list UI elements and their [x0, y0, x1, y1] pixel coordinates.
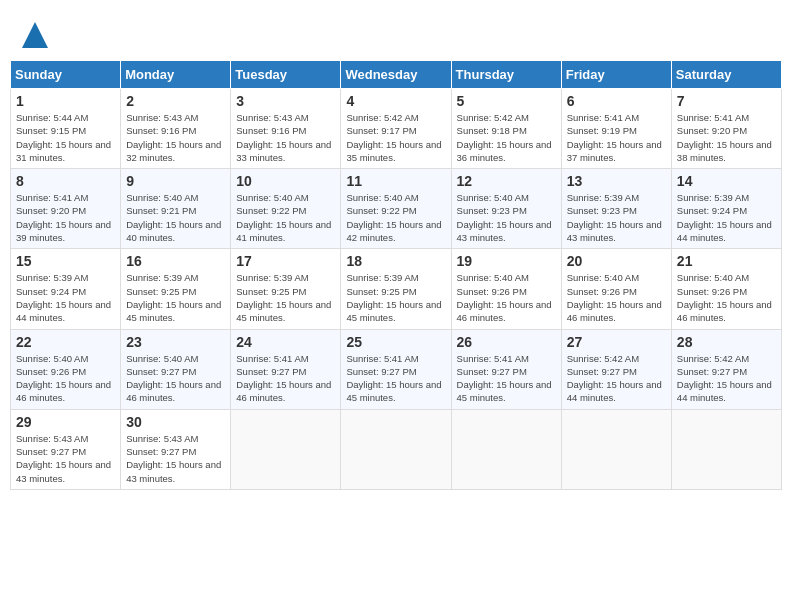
calendar-cell: 25Sunrise: 5:41 AMSunset: 9:27 PMDayligh… — [341, 329, 451, 409]
calendar-cell: 24Sunrise: 5:41 AMSunset: 9:27 PMDayligh… — [231, 329, 341, 409]
day-number: 1 — [16, 93, 115, 109]
calendar-cell: 11Sunrise: 5:40 AMSunset: 9:22 PMDayligh… — [341, 169, 451, 249]
day-info: Sunrise: 5:39 AMSunset: 9:24 PMDaylight:… — [677, 191, 776, 244]
day-number: 27 — [567, 334, 666, 350]
day-info: Sunrise: 5:41 AMSunset: 9:27 PMDaylight:… — [457, 352, 556, 405]
day-info: Sunrise: 5:39 AMSunset: 9:25 PMDaylight:… — [126, 271, 225, 324]
day-info: Sunrise: 5:43 AMSunset: 9:27 PMDaylight:… — [16, 432, 115, 485]
calendar-cell: 6Sunrise: 5:41 AMSunset: 9:19 PMDaylight… — [561, 89, 671, 169]
day-number: 7 — [677, 93, 776, 109]
calendar-cell: 17Sunrise: 5:39 AMSunset: 9:25 PMDayligh… — [231, 249, 341, 329]
weekday-header-friday: Friday — [561, 61, 671, 89]
day-number: 16 — [126, 253, 225, 269]
calendar-cell: 13Sunrise: 5:39 AMSunset: 9:23 PMDayligh… — [561, 169, 671, 249]
day-number: 15 — [16, 253, 115, 269]
day-info: Sunrise: 5:39 AMSunset: 9:25 PMDaylight:… — [236, 271, 335, 324]
day-info: Sunrise: 5:40 AMSunset: 9:27 PMDaylight:… — [126, 352, 225, 405]
calendar-cell: 7Sunrise: 5:41 AMSunset: 9:20 PMDaylight… — [671, 89, 781, 169]
day-info: Sunrise: 5:40 AMSunset: 9:26 PMDaylight:… — [567, 271, 666, 324]
day-info: Sunrise: 5:44 AMSunset: 9:15 PMDaylight:… — [16, 111, 115, 164]
day-info: Sunrise: 5:40 AMSunset: 9:23 PMDaylight:… — [457, 191, 556, 244]
day-number: 3 — [236, 93, 335, 109]
day-number: 13 — [567, 173, 666, 189]
day-number: 2 — [126, 93, 225, 109]
day-info: Sunrise: 5:43 AMSunset: 9:16 PMDaylight:… — [126, 111, 225, 164]
calendar-cell: 30Sunrise: 5:43 AMSunset: 9:27 PMDayligh… — [121, 409, 231, 489]
day-number: 29 — [16, 414, 115, 430]
day-number: 8 — [16, 173, 115, 189]
day-info: Sunrise: 5:39 AMSunset: 9:25 PMDaylight:… — [346, 271, 445, 324]
calendar-cell: 10Sunrise: 5:40 AMSunset: 9:22 PMDayligh… — [231, 169, 341, 249]
calendar-cell: 27Sunrise: 5:42 AMSunset: 9:27 PMDayligh… — [561, 329, 671, 409]
calendar-cell: 22Sunrise: 5:40 AMSunset: 9:26 PMDayligh… — [11, 329, 121, 409]
calendar-cell: 15Sunrise: 5:39 AMSunset: 9:24 PMDayligh… — [11, 249, 121, 329]
day-info: Sunrise: 5:42 AMSunset: 9:18 PMDaylight:… — [457, 111, 556, 164]
calendar-cell: 19Sunrise: 5:40 AMSunset: 9:26 PMDayligh… — [451, 249, 561, 329]
calendar-cell: 14Sunrise: 5:39 AMSunset: 9:24 PMDayligh… — [671, 169, 781, 249]
day-info: Sunrise: 5:40 AMSunset: 9:26 PMDaylight:… — [457, 271, 556, 324]
calendar-cell: 21Sunrise: 5:40 AMSunset: 9:26 PMDayligh… — [671, 249, 781, 329]
calendar-cell: 2Sunrise: 5:43 AMSunset: 9:16 PMDaylight… — [121, 89, 231, 169]
calendar-cell — [231, 409, 341, 489]
day-info: Sunrise: 5:40 AMSunset: 9:26 PMDaylight:… — [16, 352, 115, 405]
calendar-cell: 4Sunrise: 5:42 AMSunset: 9:17 PMDaylight… — [341, 89, 451, 169]
logo-icon — [20, 20, 50, 50]
day-number: 17 — [236, 253, 335, 269]
weekday-header-thursday: Thursday — [451, 61, 561, 89]
day-number: 23 — [126, 334, 225, 350]
weekday-header-tuesday: Tuesday — [231, 61, 341, 89]
page-header — [10, 10, 782, 55]
day-info: Sunrise: 5:41 AMSunset: 9:19 PMDaylight:… — [567, 111, 666, 164]
day-info: Sunrise: 5:41 AMSunset: 9:27 PMDaylight:… — [236, 352, 335, 405]
day-number: 12 — [457, 173, 556, 189]
calendar-cell — [451, 409, 561, 489]
calendar-cell — [341, 409, 451, 489]
day-number: 10 — [236, 173, 335, 189]
day-number: 21 — [677, 253, 776, 269]
day-number: 19 — [457, 253, 556, 269]
day-number: 22 — [16, 334, 115, 350]
day-number: 5 — [457, 93, 556, 109]
calendar-cell — [561, 409, 671, 489]
calendar-cell: 29Sunrise: 5:43 AMSunset: 9:27 PMDayligh… — [11, 409, 121, 489]
calendar-cell: 8Sunrise: 5:41 AMSunset: 9:20 PMDaylight… — [11, 169, 121, 249]
day-info: Sunrise: 5:40 AMSunset: 9:22 PMDaylight:… — [346, 191, 445, 244]
day-info: Sunrise: 5:39 AMSunset: 9:24 PMDaylight:… — [16, 271, 115, 324]
calendar-cell: 5Sunrise: 5:42 AMSunset: 9:18 PMDaylight… — [451, 89, 561, 169]
day-number: 18 — [346, 253, 445, 269]
calendar-cell: 18Sunrise: 5:39 AMSunset: 9:25 PMDayligh… — [341, 249, 451, 329]
calendar-cell: 16Sunrise: 5:39 AMSunset: 9:25 PMDayligh… — [121, 249, 231, 329]
weekday-header-sunday: Sunday — [11, 61, 121, 89]
day-info: Sunrise: 5:43 AMSunset: 9:16 PMDaylight:… — [236, 111, 335, 164]
day-info: Sunrise: 5:40 AMSunset: 9:22 PMDaylight:… — [236, 191, 335, 244]
calendar-cell: 3Sunrise: 5:43 AMSunset: 9:16 PMDaylight… — [231, 89, 341, 169]
day-number: 14 — [677, 173, 776, 189]
day-number: 4 — [346, 93, 445, 109]
weekday-header-monday: Monday — [121, 61, 231, 89]
calendar-cell: 12Sunrise: 5:40 AMSunset: 9:23 PMDayligh… — [451, 169, 561, 249]
day-number: 9 — [126, 173, 225, 189]
calendar-cell — [671, 409, 781, 489]
day-number: 11 — [346, 173, 445, 189]
calendar-cell: 26Sunrise: 5:41 AMSunset: 9:27 PMDayligh… — [451, 329, 561, 409]
logo — [20, 20, 52, 50]
day-number: 6 — [567, 93, 666, 109]
day-info: Sunrise: 5:40 AMSunset: 9:21 PMDaylight:… — [126, 191, 225, 244]
day-info: Sunrise: 5:41 AMSunset: 9:20 PMDaylight:… — [16, 191, 115, 244]
weekday-header-saturday: Saturday — [671, 61, 781, 89]
calendar-cell: 28Sunrise: 5:42 AMSunset: 9:27 PMDayligh… — [671, 329, 781, 409]
calendar-cell: 9Sunrise: 5:40 AMSunset: 9:21 PMDaylight… — [121, 169, 231, 249]
day-info: Sunrise: 5:39 AMSunset: 9:23 PMDaylight:… — [567, 191, 666, 244]
calendar-table: SundayMondayTuesdayWednesdayThursdayFrid… — [10, 60, 782, 490]
day-number: 20 — [567, 253, 666, 269]
day-info: Sunrise: 5:42 AMSunset: 9:27 PMDaylight:… — [677, 352, 776, 405]
day-number: 28 — [677, 334, 776, 350]
calendar-cell: 1Sunrise: 5:44 AMSunset: 9:15 PMDaylight… — [11, 89, 121, 169]
day-number: 24 — [236, 334, 335, 350]
day-info: Sunrise: 5:41 AMSunset: 9:27 PMDaylight:… — [346, 352, 445, 405]
calendar-cell: 23Sunrise: 5:40 AMSunset: 9:27 PMDayligh… — [121, 329, 231, 409]
svg-marker-0 — [22, 22, 48, 48]
day-info: Sunrise: 5:42 AMSunset: 9:17 PMDaylight:… — [346, 111, 445, 164]
weekday-header-wednesday: Wednesday — [341, 61, 451, 89]
day-number: 25 — [346, 334, 445, 350]
